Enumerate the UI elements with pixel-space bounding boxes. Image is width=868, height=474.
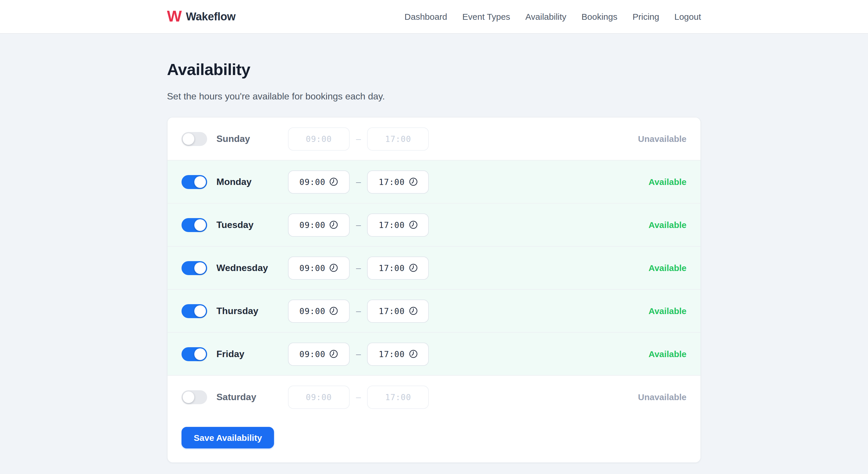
clock-icon [330,178,338,186]
clock-icon [409,350,417,358]
end-time-value: 17:00 [379,306,405,316]
day-row-friday: Friday 09:00 – 17:00 Available [167,332,701,375]
end-time-value: 17:00 [385,134,411,144]
clock-icon [409,263,417,272]
time-range: 09:00 – 17:00 [288,299,429,322]
day-label: Wednesday [216,262,288,273]
day-status: Available [648,220,686,230]
day-status: Unavailable [638,134,686,144]
time-range: 09:00 – 17:00 [288,170,429,193]
clock-icon [330,307,338,315]
day-toggle-tuesday[interactable] [182,218,207,232]
day-toggle-thursday[interactable] [182,304,207,318]
end-time-input-sunday[interactable]: 17:00 [367,127,429,150]
start-time-input-saturday[interactable]: 09:00 [288,385,350,409]
day-label: Friday [216,349,288,359]
day-label: Saturday [216,392,288,402]
time-range-dash: – [356,177,361,187]
brand-logo[interactable]: W Wakeflow [167,9,236,25]
day-toggle-monday[interactable] [182,175,207,189]
nav-item-pricing[interactable]: Pricing [633,12,659,22]
clock-icon [330,350,338,358]
page-subtitle: Set the hours you're available for booki… [167,91,701,102]
day-label: Thursday [216,306,288,316]
time-range: 09:00 – 17:00 [288,385,429,409]
nav-item-bookings[interactable]: Bookings [582,12,617,22]
day-row-saturday: Saturday 09:00 – 17:00 Unavailable [167,375,701,418]
availability-card: Sunday 09:00 – 17:00 Unavailable [167,117,701,463]
toggle-knob-icon [194,176,206,188]
start-time-input-tuesday[interactable]: 09:00 [288,213,350,236]
toggle-knob-icon [183,133,194,145]
end-time-input-thursday[interactable]: 17:00 [367,299,429,322]
day-toggle-wednesday[interactable] [182,261,207,275]
time-range-dash: – [356,306,361,316]
time-range: 09:00 – 17:00 [288,256,429,280]
save-availability-button[interactable]: Save Availability [182,427,274,448]
day-status: Available [648,349,686,359]
nav-item-event-types[interactable]: Event Types [462,12,510,22]
main-content: Availability Set the hours you're availa… [167,34,701,463]
start-time-input-thursday[interactable]: 09:00 [288,299,350,322]
card-footer: Save Availability [167,418,701,462]
nav-item-dashboard[interactable]: Dashboard [405,12,447,22]
end-time-value: 17:00 [379,349,405,358]
day-list: Sunday 09:00 – 17:00 Unavailable [167,118,701,418]
time-range-dash: – [356,134,361,144]
clock-icon [409,307,417,315]
day-status: Unavailable [638,392,686,402]
time-range-dash: – [356,349,361,359]
day-row-monday: Monday 09:00 – 17:00 Available [167,160,701,203]
clock-icon [330,220,338,229]
time-range-dash: – [356,220,361,230]
clock-icon [330,263,338,272]
end-time-input-wednesday[interactable]: 17:00 [367,256,429,280]
nav-item-logout[interactable]: Logout [674,12,701,22]
page: W Wakeflow DashboardEvent TypesAvailabil… [0,0,868,474]
start-time-input-monday[interactable]: 09:00 [288,170,350,193]
page-title: Availability [167,61,701,79]
day-label: Monday [216,177,288,187]
day-status: Available [648,177,686,187]
end-time-input-saturday[interactable]: 17:00 [367,385,429,409]
brand-name: Wakeflow [186,10,236,23]
main-nav: DashboardEvent TypesAvailabilityBookings… [405,12,701,22]
time-range-dash: – [356,263,361,273]
end-time-value: 17:00 [379,177,405,186]
start-time-value: 09:00 [299,263,325,273]
end-time-value: 17:00 [379,263,405,273]
toggle-knob-icon [194,219,206,231]
time-range-dash: – [356,392,361,402]
day-toggle-saturday[interactable] [182,390,207,404]
day-label: Sunday [216,133,288,144]
nav-item-availability[interactable]: Availability [525,12,566,22]
end-time-input-monday[interactable]: 17:00 [367,170,429,193]
toggle-knob-icon [194,262,206,274]
wakeflow-logo-icon: W [167,9,181,25]
end-time-input-friday[interactable]: 17:00 [367,342,429,366]
day-toggle-friday[interactable] [182,347,207,361]
end-time-input-tuesday[interactable]: 17:00 [367,213,429,236]
end-time-value: 17:00 [385,392,411,402]
toggle-knob-icon [194,348,206,360]
day-status: Available [648,306,686,316]
clock-icon [409,178,417,186]
start-time-value: 09:00 [299,306,325,316]
day-row-wednesday: Wednesday 09:00 – 17:00 Available [167,246,701,289]
start-time-input-wednesday[interactable]: 09:00 [288,256,350,280]
start-time-input-friday[interactable]: 09:00 [288,342,350,366]
toggle-knob-icon [183,391,194,403]
start-time-value: 09:00 [299,220,325,229]
time-range: 09:00 – 17:00 [288,127,429,150]
day-status: Available [648,263,686,273]
start-time-value: 09:00 [299,349,325,358]
day-label: Tuesday [216,220,288,230]
start-time-input-sunday[interactable]: 09:00 [288,127,350,150]
end-time-value: 17:00 [379,220,405,229]
start-time-value: 09:00 [299,177,325,186]
start-time-value: 09:00 [306,392,332,402]
clock-icon [409,220,417,229]
start-time-value: 09:00 [306,134,332,144]
day-toggle-sunday[interactable] [182,132,207,146]
top-bar: W Wakeflow DashboardEvent TypesAvailabil… [0,0,868,34]
